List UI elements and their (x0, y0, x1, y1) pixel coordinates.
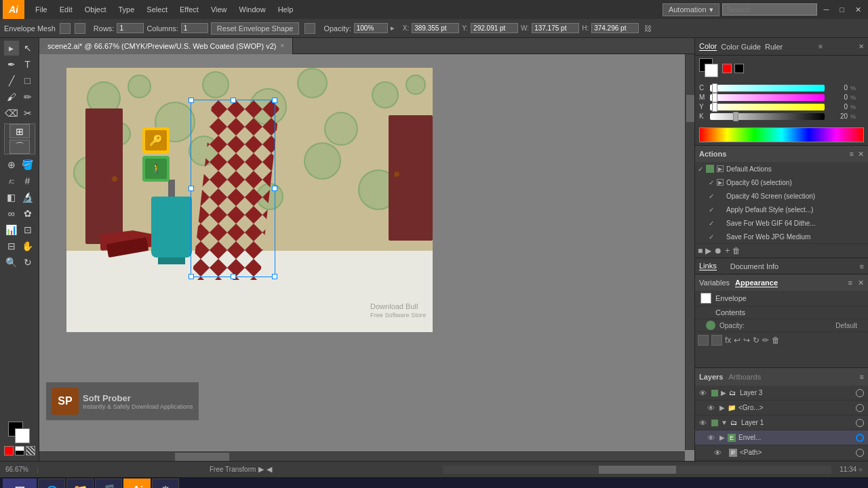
layer-1-vis[interactable]: 👁 (699, 419, 709, 427)
action-default[interactable]: ✓ ▶ Default Actions (695, 162, 868, 176)
group-expand[interactable]: ▶ (719, 404, 725, 411)
taskbar-settings-btn[interactable]: ⚙ (152, 479, 179, 488)
action-label-6[interactable]: Save For Web JPG Medium (726, 233, 810, 241)
taskbar-folder-btn[interactable]: 📁 (66, 479, 94, 488)
envel-item[interactable]: 👁 ▶ E Envel... (695, 430, 868, 445)
direct-select-tool[interactable]: ↖ (20, 41, 35, 56)
appearance-tab[interactable]: Appearance (735, 279, 778, 287)
color-swatch-red[interactable] (722, 64, 732, 73)
document-tab[interactable]: scene2.ai* @ 66.67% (CMYK/Preview/U.S. W… (39, 38, 293, 54)
ruler-tab[interactable]: Ruler (765, 43, 783, 51)
delete-action-btn[interactable]: 🗑 (732, 246, 741, 256)
cyan-thumb[interactable] (712, 83, 717, 93)
eraser-tool[interactable]: ⌫ (4, 106, 19, 121)
pencil-tool[interactable]: ✏ (20, 89, 35, 104)
bg-indicator[interactable] (705, 64, 718, 77)
stop-btn[interactable]: ■ (698, 246, 703, 256)
warp-icon-2[interactable]: ⌒ (9, 140, 30, 154)
type-tool[interactable]: T (20, 57, 35, 72)
x-input[interactable] (412, 23, 459, 33)
appearance-menu-btn[interactable]: ≡ (848, 279, 852, 287)
scissors-tool[interactable]: ✂ (20, 106, 35, 121)
cols-input[interactable] (181, 23, 208, 33)
mesh-tool[interactable]: # (20, 174, 35, 188)
app-redo-btn[interactable]: ↪ (743, 336, 750, 345)
layers-title[interactable]: Layers (699, 373, 723, 381)
scrollbar-thumb[interactable] (686, 95, 694, 122)
yellow-track[interactable] (710, 104, 825, 110)
envelope-swatch[interactable] (701, 293, 711, 304)
action-apply-style[interactable]: ✓ Apply Default Style (select...) (695, 203, 868, 216)
layers-menu-btn[interactable]: ≡ (860, 373, 864, 381)
menu-help[interactable]: Help (273, 4, 299, 15)
action-label-3[interactable]: Opacity 40 Screen (selection) (726, 192, 815, 200)
actions-menu-btn[interactable]: ≡ (850, 150, 854, 158)
path2-item[interactable]: 👁 P <Path> (695, 460, 868, 461)
select-tool[interactable]: ▸ (4, 41, 19, 56)
shape-builder-tool[interactable]: ⊕ (4, 157, 19, 172)
live-paint-tool[interactable]: 🪣 (20, 157, 35, 172)
line-tool[interactable]: ╱ (4, 73, 19, 88)
action-gif[interactable]: ✓ Save For Web GIF 64 Dithe... (695, 216, 868, 230)
gradient-tool[interactable]: ◧ (4, 190, 19, 205)
group-target[interactable] (856, 404, 864, 412)
envel-target[interactable] (856, 434, 864, 442)
color-mode-btn[interactable] (4, 446, 14, 455)
layer-1-item[interactable]: 👁 ▼ 🗂 Layer 1 (695, 415, 868, 430)
pen-tool[interactable]: ✒ (4, 57, 19, 72)
app-edit-btn[interactable]: ✏ (762, 336, 769, 345)
close-btn[interactable]: ✕ (851, 4, 865, 16)
path1-item[interactable]: 👁 P <Path> (695, 445, 868, 460)
appearance-close-btn[interactable]: ✕ (858, 279, 864, 287)
fg-bg-colors[interactable] (8, 422, 31, 445)
group-vis[interactable]: 👁 (707, 404, 717, 412)
menu-edit[interactable]: Edit (54, 4, 78, 15)
menu-object[interactable]: Object (79, 4, 112, 15)
app-undo-btn[interactable]: ↩ (734, 336, 741, 345)
tab-close-btn[interactable]: × (280, 42, 284, 49)
app-delete-btn[interactable]: 🗑 (772, 336, 780, 345)
minimize-btn[interactable]: ─ (820, 4, 833, 15)
paintbrush-tool[interactable]: 🖌 (4, 89, 19, 104)
horizontal-scrollbar[interactable] (39, 451, 685, 461)
y-input[interactable] (471, 23, 518, 33)
action-opacity40[interactable]: ✓ Opacity 40 Screen (selection) (695, 189, 868, 203)
docinfo-tab[interactable]: Document Info (730, 262, 779, 270)
app-refresh-btn[interactable]: ↻ (753, 336, 760, 345)
maximize-btn[interactable]: □ (835, 4, 848, 15)
rows-input[interactable] (117, 23, 144, 33)
menu-effect[interactable]: Effect (174, 4, 204, 15)
eyedropper-tool[interactable]: 🔬 (20, 190, 35, 205)
layer-3-target[interactable] (856, 389, 864, 397)
record-btn[interactable]: ⏺ (714, 246, 722, 256)
action-label-2[interactable]: Opacity 60 (selection) (726, 179, 792, 186)
actions-close-btn[interactable]: ✕ (858, 150, 864, 159)
color-spectrum[interactable] (699, 127, 864, 142)
color-panel-close[interactable]: ✕ (859, 43, 864, 50)
rect-tool[interactable]: □ (20, 73, 35, 88)
mesh-icon[interactable]: ⊞ (9, 124, 30, 138)
path1-target[interactable] (856, 449, 864, 457)
opacity-input[interactable] (354, 23, 388, 33)
black-track[interactable] (710, 113, 825, 120)
slice-tool[interactable]: ⊟ (4, 239, 19, 253)
taskbar-browser-btn[interactable]: 🌐 (38, 479, 65, 488)
taskbar-media-btn[interactable]: 🎵 (95, 479, 122, 488)
menu-view[interactable]: View (205, 4, 233, 15)
group-item[interactable]: 👁 ▶ 📁 <Gro...> (695, 401, 868, 415)
bottom-scroll-thumb[interactable] (599, 466, 677, 474)
perspective-grid-tool[interactable]: ⟈ (4, 174, 19, 188)
transform-play-btn[interactable]: ▶ (258, 465, 264, 474)
taskbar-ai-btn[interactable]: Ai (123, 479, 151, 488)
menu-type[interactable]: Type (113, 4, 140, 15)
h-input[interactable] (591, 23, 639, 33)
yellow-thumb[interactable] (712, 102, 717, 112)
layer-3-item[interactable]: 👁 ▶ 🗂 Layer 3 (695, 386, 868, 401)
symbol-tool[interactable]: ✿ (20, 206, 35, 221)
automation-btn[interactable]: Automation ▾ (663, 3, 719, 16)
path1-vis[interactable]: 👁 (714, 449, 724, 457)
canvas-viewport[interactable]: 🔑 🚶 (39, 54, 694, 461)
app-ctrl-2[interactable] (711, 335, 722, 346)
opacity-expand-icon[interactable]: ▸ (391, 24, 395, 33)
envel-vis[interactable]: 👁 (707, 434, 717, 442)
